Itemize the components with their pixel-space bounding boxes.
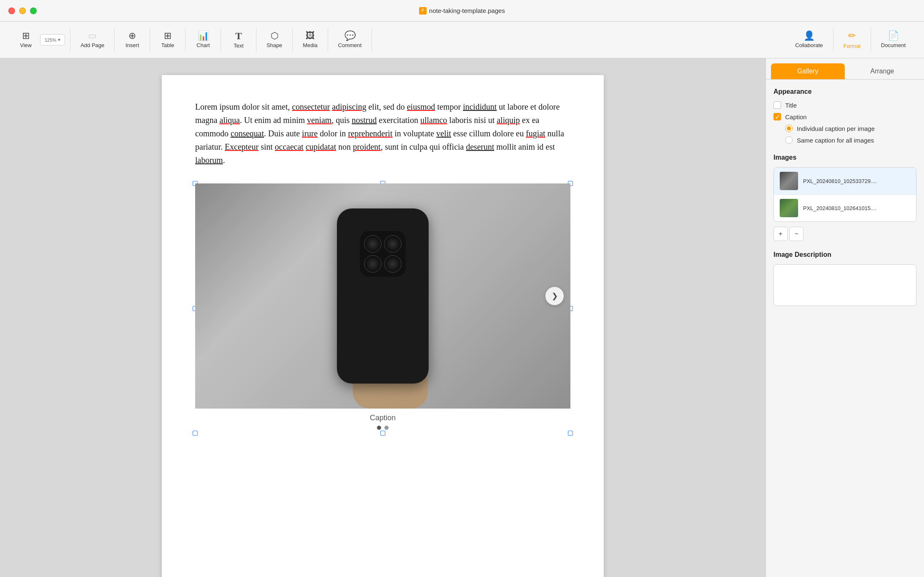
appearance-title: Appearance bbox=[773, 88, 916, 95]
maximize-button[interactable] bbox=[30, 8, 37, 14]
collaborate-group: 👤 Collaborate bbox=[785, 28, 834, 52]
camera-lens-2 bbox=[384, 235, 402, 253]
titlebar-controls bbox=[8, 8, 37, 14]
caption-checkbox-row[interactable]: ✓ Caption bbox=[773, 113, 916, 120]
gallery-image-area: ❯ bbox=[195, 183, 570, 409]
collaborate-button[interactable]: 👤 Collaborate bbox=[790, 28, 828, 52]
radio-individual[interactable] bbox=[785, 125, 793, 132]
view-icon: ⊞ bbox=[22, 31, 30, 40]
document-page: Lorem ipsum dolor sit amet, consectetur … bbox=[162, 75, 604, 577]
file-icon: P bbox=[419, 7, 427, 15]
image-item-1[interactable]: PXL_20240810_102533729.... bbox=[774, 168, 916, 195]
phone-body bbox=[337, 208, 429, 384]
format-icon: ✏ bbox=[848, 30, 856, 41]
media-group: 🖼 Media bbox=[293, 28, 328, 52]
images-title: Images bbox=[773, 154, 916, 161]
gallery-next-button[interactable]: ❯ bbox=[545, 287, 564, 305]
gallery-image bbox=[195, 183, 570, 409]
comment-button[interactable]: 💬 Comment bbox=[333, 28, 367, 52]
body-text[interactable]: Lorem ipsum dolor sit amet, consectetur … bbox=[195, 100, 570, 167]
right-panel: Gallery Arrange Appearance Title ✓ Capti… bbox=[766, 58, 924, 577]
title-checkbox-row[interactable]: Title bbox=[773, 101, 916, 109]
gallery-dot-1[interactable] bbox=[377, 426, 381, 430]
resize-handle-bl[interactable] bbox=[193, 431, 198, 436]
addpage-group: ▭ Add Page bbox=[70, 28, 115, 52]
remove-image-button[interactable]: − bbox=[789, 227, 803, 241]
radio-individual-label: Individual caption per image bbox=[797, 125, 875, 132]
window-title: P note-taking-template.pages bbox=[419, 7, 505, 15]
media-icon: 🖼 bbox=[306, 31, 315, 40]
zoom-control[interactable]: 125% ▾ bbox=[40, 34, 65, 45]
resize-handle-br[interactable] bbox=[568, 431, 573, 436]
radio-same-row[interactable]: Same caption for all images bbox=[785, 136, 916, 144]
format-group: ✏ Format bbox=[834, 27, 871, 53]
appearance-section: Appearance Title ✓ Caption Individual ca… bbox=[773, 88, 916, 144]
view-button[interactable]: ⊞ View bbox=[13, 28, 38, 52]
document-icon: 📄 bbox=[888, 31, 899, 40]
image-thumb-1 bbox=[780, 172, 798, 190]
text-group: T Text bbox=[221, 28, 256, 52]
insert-button[interactable]: ⊕ Insert bbox=[120, 28, 145, 52]
camera-lens-3 bbox=[364, 255, 382, 273]
format-button[interactable]: ✏ Format bbox=[839, 27, 866, 53]
radio-same[interactable] bbox=[785, 136, 793, 144]
tab-gallery[interactable]: Gallery bbox=[771, 63, 845, 79]
insert-group: ⊕ Insert bbox=[115, 28, 150, 52]
main-area: Lorem ipsum dolor sit amet, consectetur … bbox=[0, 58, 924, 577]
image-description-title: Image Description bbox=[773, 251, 916, 258]
add-page-button[interactable]: ▭ Add Page bbox=[75, 28, 109, 52]
text-icon: T bbox=[235, 31, 242, 41]
chart-button[interactable]: 📊 Chart bbox=[191, 28, 216, 52]
title-checkbox-label: Title bbox=[785, 102, 797, 109]
image-thumb-2 bbox=[780, 199, 798, 217]
image-filename-2: PXL_20240810_102641015.... bbox=[803, 205, 876, 211]
chart-group: 📊 Chart bbox=[186, 28, 221, 52]
caption-checkbox-label: Caption bbox=[785, 113, 807, 120]
gallery-widget[interactable]: ❯ Caption bbox=[195, 183, 570, 433]
minimize-button[interactable] bbox=[19, 8, 26, 14]
caption-checkbox[interactable]: ✓ bbox=[773, 113, 781, 120]
table-button[interactable]: ⊞ Table bbox=[155, 28, 180, 52]
comment-group: 💬 Comment bbox=[328, 28, 372, 52]
table-group: ⊞ Table bbox=[150, 28, 186, 52]
media-button[interactable]: 🖼 Media bbox=[298, 28, 323, 52]
camera-lens-4 bbox=[384, 255, 402, 273]
shape-icon: ⬡ bbox=[271, 31, 279, 40]
document-button[interactable]: 📄 Document bbox=[876, 28, 911, 52]
toolbar: ⊞ View 125% ▾ ▭ Add Page ⊕ Insert ⊞ Tabl… bbox=[0, 22, 924, 58]
chart-icon: 📊 bbox=[198, 31, 209, 40]
radio-individual-row[interactable]: Individual caption per image bbox=[785, 125, 916, 132]
image-filename-1: PXL_20240810_102533729.... bbox=[803, 178, 876, 184]
comment-icon: 💬 bbox=[344, 31, 356, 40]
tab-arrange[interactable]: Arrange bbox=[846, 63, 919, 79]
add-page-icon: ▭ bbox=[88, 31, 97, 40]
add-image-button[interactable]: + bbox=[773, 227, 788, 241]
shape-button[interactable]: ⬡ Shape bbox=[261, 28, 287, 52]
gallery-dot-2[interactable] bbox=[384, 426, 389, 430]
image-actions: + − bbox=[773, 227, 916, 241]
titlebar: P note-taking-template.pages bbox=[0, 0, 924, 22]
document-canvas[interactable]: Lorem ipsum dolor sit amet, consectetur … bbox=[0, 58, 766, 577]
text-button[interactable]: T Text bbox=[226, 28, 251, 52]
close-button[interactable] bbox=[8, 8, 15, 14]
collaborate-icon: 👤 bbox=[803, 31, 815, 40]
table-icon: ⊞ bbox=[164, 31, 171, 40]
panel-content: Appearance Title ✓ Caption Individual ca… bbox=[766, 80, 924, 577]
radio-same-label: Same caption for all images bbox=[797, 137, 874, 144]
zoom-group: ⊞ View 125% ▾ bbox=[8, 28, 70, 52]
image-description-section: Image Description bbox=[773, 251, 916, 308]
image-description-textarea[interactable] bbox=[773, 264, 916, 306]
gallery-caption[interactable]: Caption bbox=[195, 409, 570, 426]
camera-lens-1 bbox=[364, 235, 382, 253]
camera-module bbox=[360, 231, 406, 277]
images-section: Images PXL_20240810_102533729.... bbox=[773, 154, 916, 241]
shape-group: ⬡ Shape bbox=[256, 28, 293, 52]
image-item-2[interactable]: PXL_20240810_102641015.... bbox=[774, 195, 916, 221]
title-checkbox[interactable] bbox=[773, 101, 781, 109]
panel-tabs: Gallery Arrange bbox=[766, 58, 924, 80]
images-list: PXL_20240810_102533729.... PXL_20240810_… bbox=[773, 167, 916, 222]
insert-icon: ⊕ bbox=[128, 31, 136, 40]
resize-handle-bc[interactable] bbox=[380, 431, 385, 436]
document-group: 📄 Document bbox=[871, 28, 916, 52]
